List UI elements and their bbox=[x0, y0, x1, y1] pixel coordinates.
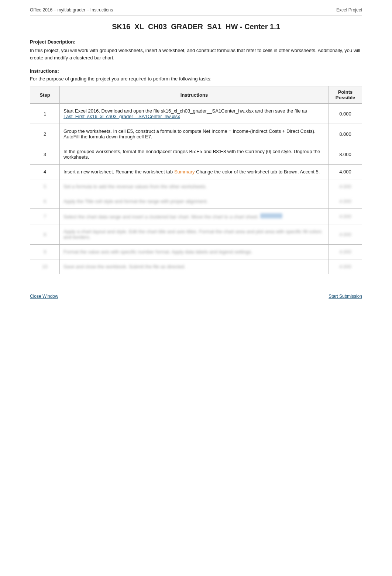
col-header-points: Points Possible bbox=[329, 86, 362, 104]
summary-link[interactable]: Summary bbox=[174, 169, 195, 175]
step-cell: 3 bbox=[30, 144, 60, 165]
col-header-step: Step bbox=[30, 86, 60, 104]
step-cell: 10 bbox=[30, 259, 60, 274]
table-row: 6Apply the Title cell style and format t… bbox=[30, 194, 362, 209]
table-row: 2Group the worksheets. In cell E5, const… bbox=[30, 124, 362, 144]
step-cell: 9 bbox=[30, 245, 60, 259]
points-cell: 4.000 bbox=[329, 224, 362, 245]
points-cell: 4.000 bbox=[329, 259, 362, 274]
step-cell: 7 bbox=[30, 209, 60, 224]
steps-table: Step Instructions Points Possible 1Start… bbox=[30, 86, 362, 274]
step-cell: 8 bbox=[30, 224, 60, 245]
file-link[interactable]: Last_First_sk16_xl_ch03_grader__SA1Cente… bbox=[63, 114, 180, 119]
table-row: 8Apply a chart layout and style. Edit th… bbox=[30, 224, 362, 245]
footer-right[interactable]: Start Submission bbox=[329, 294, 362, 299]
table-row: 9Format the value axis with specific num… bbox=[30, 245, 362, 259]
table-row: 7Select the chart data range and insert … bbox=[30, 209, 362, 224]
points-cell: 8.000 bbox=[329, 124, 362, 144]
instructions-cell: Insert a new worksheet. Rename the works… bbox=[60, 165, 329, 179]
points-cell: 4.000 bbox=[329, 209, 362, 224]
instructions-cell: Save and close the workbook. Submit the … bbox=[60, 259, 329, 274]
table-row: 4Insert a new worksheet. Rename the work… bbox=[30, 165, 362, 179]
points-cell: 4.000 bbox=[329, 194, 362, 209]
step-cell: 5 bbox=[30, 179, 60, 194]
instructions-cell: Set a formula to add the revenue values … bbox=[60, 179, 329, 194]
instructions-cell: Apply the Title cell style and format th… bbox=[60, 194, 329, 209]
header-right: Excel Project bbox=[336, 7, 362, 13]
step-cell: 6 bbox=[30, 194, 60, 209]
instruction-text-pre: Insert a new worksheet. Rename the works… bbox=[63, 169, 174, 175]
footer-bar: Close Window Start Submission bbox=[30, 289, 362, 299]
project-description-text: In this project, you will work with grou… bbox=[30, 47, 362, 62]
header-left: Office 2016 – myitlab:grader – Instructi… bbox=[30, 7, 113, 13]
points-cell: 4.000 bbox=[329, 165, 362, 179]
step-cell: 1 bbox=[30, 104, 60, 124]
footer-left[interactable]: Close Window bbox=[30, 294, 58, 299]
table-row: 1Start Excel 2016. Download and open the… bbox=[30, 104, 362, 124]
instructions-cell: Apply a chart layout and style. Edit the… bbox=[60, 224, 329, 245]
highlight-selection bbox=[260, 213, 282, 218]
step-cell: 4 bbox=[30, 165, 60, 179]
instructions-cell: In the grouped worksheets, format the no… bbox=[60, 144, 329, 165]
table-row: 3In the grouped worksheets, format the n… bbox=[30, 144, 362, 165]
instructions-intro: For the purpose of grading the project y… bbox=[30, 76, 362, 82]
points-cell: 8.000 bbox=[329, 144, 362, 165]
table-header-row: Step Instructions Points Possible bbox=[30, 86, 362, 104]
instructions-cell: Select the chart data range and insert a… bbox=[60, 209, 329, 224]
points-cell: 0.000 bbox=[329, 104, 362, 124]
points-cell: 4.000 bbox=[329, 179, 362, 194]
header-bar: Office 2016 – myitlab:grader – Instructi… bbox=[30, 7, 362, 16]
points-cell: 4.000 bbox=[329, 245, 362, 259]
instructions-cell: Start Excel 2016. Download and open the … bbox=[60, 104, 329, 124]
instructions-cell: Group the worksheets. In cell E5, constr… bbox=[60, 124, 329, 144]
step-cell: 2 bbox=[30, 124, 60, 144]
project-description-label: Project Description: bbox=[30, 39, 362, 45]
instructions-label: Instructions: bbox=[30, 68, 362, 74]
col-header-instructions: Instructions bbox=[60, 86, 329, 104]
table-row: 10Save and close the workbook. Submit th… bbox=[30, 259, 362, 274]
table-row: 5Set a formula to add the revenue values… bbox=[30, 179, 362, 194]
instruction-text-post: Change the color of the worksheet tab to… bbox=[195, 169, 320, 175]
instructions-cell: Format the value axis with specific numb… bbox=[60, 245, 329, 259]
page-title: SK16_XL_CH03_GRADER_SA1_HW - Center 1.1 bbox=[30, 23, 362, 31]
